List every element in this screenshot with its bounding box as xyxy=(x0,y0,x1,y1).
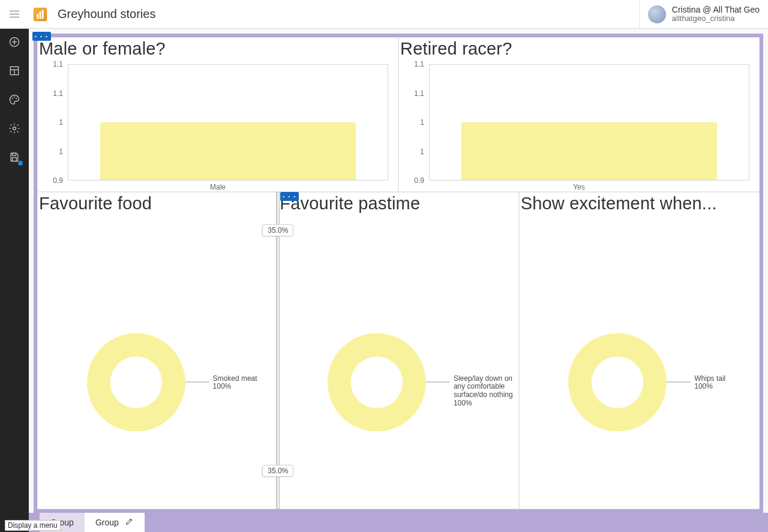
bar-chart: 1.1 1.1 1 1 0.9 Male xyxy=(39,64,397,191)
splitter-percent-bottom: 35.0% xyxy=(262,465,293,477)
leader-line xyxy=(185,381,209,382)
card-options-button[interactable] xyxy=(280,192,299,201)
card-retired-racer[interactable]: Retired racer? 1.1 1.1 1 1 0.9 xyxy=(398,37,760,192)
donut-label: Smoked meat 100% xyxy=(213,375,267,392)
avatar xyxy=(648,5,666,23)
svg-point-13 xyxy=(13,127,16,130)
svg-point-11 xyxy=(14,97,15,98)
save-button[interactable] xyxy=(7,150,22,164)
y-tick: 1 xyxy=(39,118,63,127)
y-tick: 1 xyxy=(39,148,63,156)
user-handle: allthatgeo_cristina xyxy=(672,14,760,23)
group-options-button[interactable] xyxy=(32,32,51,41)
y-tick: 1.1 xyxy=(400,89,424,98)
x-tick: Yes xyxy=(400,183,758,191)
user-account-button[interactable]: Cristina @ All That Geo allthatgeo_crist… xyxy=(639,0,768,28)
page-tab-bar: Group Group xyxy=(29,513,768,532)
card-favourite-food[interactable]: Favourite food Smoked meat 100% xyxy=(37,192,278,509)
y-tick: 1.1 xyxy=(39,89,63,98)
editor-canvas: Male or female? 1.1 1.1 1 1 0.9 xyxy=(29,29,768,532)
svg-rect-2 xyxy=(40,11,41,19)
card-title: Favourite pastime xyxy=(278,193,518,214)
leader-line xyxy=(426,381,450,382)
card-title: Show excitement when... xyxy=(520,193,759,214)
card-title: Retired racer? xyxy=(399,38,759,59)
svg-point-10 xyxy=(12,98,13,99)
user-display-name: Cristina @ All That Geo xyxy=(672,5,760,14)
layout-button[interactable] xyxy=(7,64,22,78)
bar xyxy=(100,122,356,180)
add-element-button[interactable] xyxy=(7,35,22,49)
rename-tab-button[interactable] xyxy=(125,517,134,528)
svg-rect-1 xyxy=(37,14,38,19)
donut-label: Sleep/lay down on any comfortable surfac… xyxy=(454,375,520,408)
y-tick: 1.1 xyxy=(400,60,424,68)
layout-group-selected[interactable]: Male or female? 1.1 1.1 1 1 0.9 xyxy=(34,34,763,513)
y-tick: 1.1 xyxy=(39,60,63,68)
main-menu-button[interactable] xyxy=(0,0,29,29)
leader-line xyxy=(667,381,691,382)
svg-rect-14 xyxy=(13,153,16,155)
card-title: Favourite food xyxy=(38,193,277,214)
y-tick: 1 xyxy=(400,148,424,156)
donut-label: Whips tail 100% xyxy=(694,375,736,392)
theme-button[interactable] xyxy=(7,92,22,107)
tab-label: Group xyxy=(95,518,119,527)
column-resize-handle[interactable]: 35.0% 35.0% xyxy=(275,192,280,509)
splitter-percent-top: 35.0% xyxy=(262,224,293,236)
svg-point-12 xyxy=(16,98,17,99)
card-male-or-female[interactable]: Male or female? 1.1 1.1 1 1 0.9 xyxy=(37,37,398,192)
tab-group-2[interactable]: Group xyxy=(85,513,145,532)
card-favourite-pastime[interactable]: Favourite pastime Sleep/lay down on any … xyxy=(278,192,518,509)
donut-chart xyxy=(568,333,667,431)
top-header: Greyhound stories Cristina @ All That Ge… xyxy=(0,0,768,29)
menu-tooltip: Display a menu xyxy=(5,520,61,531)
svg-rect-3 xyxy=(42,10,44,19)
left-toolbar xyxy=(0,29,29,532)
settings-button[interactable] xyxy=(7,121,22,136)
x-tick: Male xyxy=(39,183,397,191)
app-logo xyxy=(31,5,49,23)
donut-chart xyxy=(87,333,185,431)
donut-chart xyxy=(328,333,426,431)
bar-chart: 1.1 1.1 1 1 0.9 Yes xyxy=(400,64,758,191)
unsaved-indicator-icon xyxy=(18,161,23,166)
card-show-excitement[interactable]: Show excitement when... Whips tail 100% xyxy=(519,192,760,509)
bar xyxy=(461,122,717,180)
card-title: Male or female? xyxy=(38,38,398,59)
hamburger-icon xyxy=(10,14,19,15)
page-title: Greyhound stories xyxy=(58,7,155,21)
y-tick: 1 xyxy=(400,118,424,127)
svg-rect-15 xyxy=(13,158,17,161)
